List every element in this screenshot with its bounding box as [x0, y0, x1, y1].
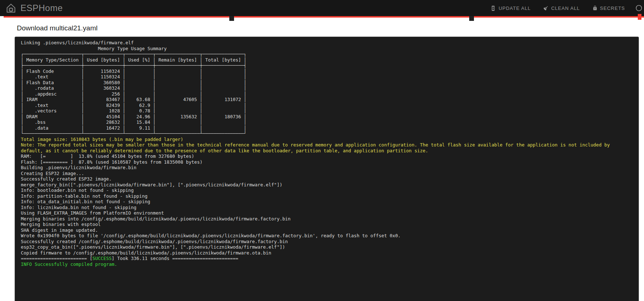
log-line: Memory Type Usage Summary	[21, 46, 633, 52]
log-line: Successfully created /config/.esphome/bu…	[21, 239, 633, 245]
header-underline	[0, 16, 644, 18]
log-line: RAM: [= ] 13.8% (used 45104 bytes from 3…	[21, 153, 633, 159]
log-line: │ IRAM │ 83467 │ 63.68 │ 47605 │ 131072 …	[21, 97, 633, 103]
log-line: esp32_copy_ota_bin([".pioenvs/licznikwod…	[21, 244, 633, 250]
page-title: Download multical21.yaml	[17, 24, 644, 32]
log-line: │ .text │ 82439 │ 62.9 │ │ │	[21, 103, 633, 108]
app-title: ESPHome	[20, 3, 63, 13]
log-line: Info: bootloader.bin not found - skippin…	[21, 187, 633, 193]
esphome-logo-icon	[5, 2, 17, 14]
log-line: merge_factory_bin([".pioenvs/licznikwoda…	[21, 182, 633, 188]
log-line: │ .text │ 1150324 │ │ │ │	[21, 74, 633, 80]
log-line: Linking .pioenvs/licznikwoda/firmware.el…	[21, 40, 633, 46]
compile-log-panel[interactable]: Linking .pioenvs/licznikwoda/firmware.el…	[15, 37, 639, 301]
underline-notch	[469, 16, 474, 21]
update-all-button[interactable]: UPDATE ALL	[489, 3, 532, 13]
system-update-icon	[490, 5, 496, 11]
log-line: │ .bss │ 28632 │ 15.84 │ │ │	[21, 119, 633, 125]
log-line: Info: licznikwoda.bin not found - skippi…	[21, 205, 633, 211]
log-line: Flash: [========= ] 87.8% (used 1610587 …	[21, 159, 633, 165]
log-line: INFO Successfully compiled program.	[21, 261, 633, 267]
log-line: ├─────────────────────┼──────────────┼──…	[21, 63, 633, 68]
download-view: Download multical21.yaml Linking .pioenv…	[0, 24, 644, 301]
log-line: │ .appdesc │ 256 │ │ │ │	[21, 91, 633, 97]
log-line: │ Flash Code │ 1150324 │ │ │ │	[21, 68, 633, 74]
log-line: Using FLASH_EXTRA_IMAGES from PlatformIO…	[21, 210, 633, 216]
log-line: default, as it cannot be reliably determ…	[21, 148, 633, 154]
red-underline-bar	[4, 16, 644, 18]
log-output: Linking .pioenvs/licznikwoda/firmware.el…	[21, 40, 633, 267]
app-header: ESPHome UPDATE ALL CLEAN ALL SECRETS	[0, 0, 644, 16]
log-line: Info: partition-table.bin not found - sk…	[21, 193, 633, 199]
log-line: Note: The reported total sizes may be sm…	[21, 142, 633, 148]
broom-icon	[543, 5, 549, 11]
log-line: Merging binaries with esptool	[21, 222, 633, 227]
help-circle-icon[interactable]	[635, 4, 643, 12]
update-all-label: UPDATE ALL	[498, 5, 531, 11]
log-line: Copied firmware to /config/.esphome/buil…	[21, 250, 633, 256]
log-line: Creating ESP32 image...	[21, 171, 633, 176]
log-line: Info: ota_data_initial.bin not found - s…	[21, 199, 633, 205]
log-line: ======================== [SUCCESS] Took …	[21, 256, 633, 261]
log-line: │ Flash Data │ 360580 │ │ │ │	[21, 80, 633, 86]
secrets-label: SECRETS	[600, 5, 625, 11]
log-line: └─────────────────────┴──────────────┴──…	[21, 131, 633, 137]
log-line: Total image size: 1610843 bytes (.bin ma…	[21, 137, 633, 142]
log-line: │ Memory Type/Section │ Used [bytes] │ U…	[21, 57, 633, 63]
esphome-dashboard: ESPHome UPDATE ALL CLEAN ALL SECRETS	[0, 0, 644, 301]
underline-edge-notch	[638, 14, 641, 20]
log-line: Wrote 0x1994f0 bytes to file '/config/.e…	[21, 233, 633, 239]
clean-all-label: CLEAN ALL	[551, 5, 580, 11]
underline-notch	[229, 16, 234, 21]
log-line: Successfully created ESP32 image.	[21, 176, 633, 182]
log-line: ┌─────────────────────┬──────────────┬──…	[21, 51, 633, 57]
secrets-button[interactable]: SECRETS	[591, 3, 626, 13]
log-line: │ .vectors │ 1028 │ 0.78 │ │ │	[21, 108, 633, 114]
log-line: │ .rodata │ 360324 │ │ │ │	[21, 85, 633, 91]
log-line: Merging binaries into /config/.esphome/b…	[21, 216, 633, 222]
log-line: │ .data │ 16472 │ 9.11 │ │ │	[21, 125, 633, 131]
log-line: SHA digest in image updated.	[21, 227, 633, 233]
log-line: Building .pioenvs/licznikwoda/firmware.b…	[21, 165, 633, 171]
header-actions: UPDATE ALL CLEAN ALL SECRETS	[479, 3, 639, 13]
clean-all-button[interactable]: CLEAN ALL	[542, 3, 581, 13]
lock-icon	[592, 5, 598, 11]
log-line: │ DRAM │ 45104 │ 24.96 │ 135632 │ 180736…	[21, 114, 633, 120]
